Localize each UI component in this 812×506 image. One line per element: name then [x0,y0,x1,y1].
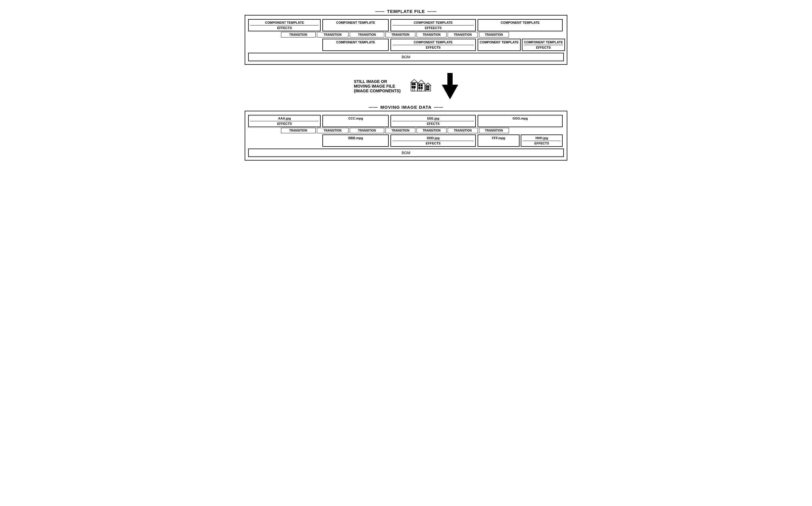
trans-t5: TRANSITION [417,32,447,37]
svg-rect-16 [428,86,429,88]
comp-t3-effects: EFFEECTS [393,25,474,29]
comp-m8-effects: EFFECTS [523,141,561,145]
comp-m2: CCC.mpg [322,115,389,127]
svg-rect-15 [426,86,427,88]
comp-m6: DDD.jpg EFFECTS [391,135,476,147]
moving-trans-row: TRANSITION TRANSITION TRANSITION TRANSIT… [248,128,564,133]
comp-m5: BBB.mpg [322,135,389,147]
comp-m5-title: BBB.mpg [325,136,387,140]
comp-t8: COMPONENT TEMPLATE EFFECTS [522,39,565,51]
trans-t7: TRANSITION [479,32,509,37]
template-file-title: TEMPLATE FILE [245,9,567,14]
comp-m3: EEE.jpg EFECTS [391,115,476,127]
comp-m7-title: FFF.mpg [480,136,518,140]
comp-m8: HHH.jpg EFFECTS [521,135,563,147]
comp-t7-title: COMPONENT TEMPLATE [480,40,519,44]
trans-m1: TRANSITION [281,128,316,133]
comp-t3: COMPONENT TEMPLATE EFFEECTS [391,19,476,31]
desc-line1: STILL IMAGE OR [354,79,400,84]
comp-t2-title: COMPONENT TEMPLATE [325,21,387,24]
svg-rect-3 [412,86,413,88]
comp-t3-title: COMPONENT TEMPLATE [393,21,474,24]
comp-t1: COMPONENT TEMPLATE EFFECTS [248,19,321,31]
svg-rect-4 [414,86,415,88]
trans-t4: TRANSITION [386,32,415,37]
moving-row1: AAA.jpg EFFECTS CCC.mpg EEE.jpg EFECTS G… [248,115,564,127]
template-bgm: BGM [248,53,564,61]
middle-section: STILL IMAGE OR MOVING IMAGE FILE (IMAGE … [245,73,567,99]
moving-col4-split: FFF.mpg HHH.jpg EFFECTS [478,135,563,147]
comp-t8-effects: EFFECTS [524,45,563,49]
moving-bgm: BGM [248,149,564,157]
trans-t1: TRANSITION [281,32,316,37]
comp-m3-effects: EFECTS [393,121,474,125]
down-arrow [442,73,458,99]
comp-t5-title: COMPONENT TEMPLATE [325,40,387,44]
svg-marker-19 [425,83,431,85]
svg-rect-2 [414,83,415,85]
trans-m2: TRANSITION [317,128,348,133]
comp-m3-title: EEE.jpg [393,116,474,120]
comp-m1-title: AAA.jpg [250,116,319,120]
image-description: STILL IMAGE OR MOVING IMAGE FILE (IMAGE … [354,79,400,93]
arrow-head [442,85,458,99]
template-file-section: TEMPLATE FILE COMPONENT TEMPLATE EFFECTS… [245,9,567,65]
comp-m1: AAA.jpg EFFECTS [248,115,321,127]
diagram-container: TEMPLATE FILE COMPONENT TEMPLATE EFFECTS… [245,9,567,161]
comp-t2: COMPONENT TEMPLATE [322,19,389,31]
moving-image-title: MOVING IMAGE DATA [245,105,567,109]
comp-m6-title: DDD.jpg [393,136,474,140]
svg-rect-12 [420,88,421,91]
desc-line2: MOVING IMAGE FILE [354,84,400,88]
trans-spacer-0 [248,32,280,37]
comp-t6: COMPONENT TEMPLATE EFFECTS [391,39,476,51]
template-trans-row: TRANSITION TRANSITION TRANSITION TRANSIT… [248,32,564,37]
svg-rect-8 [419,84,420,86]
moving-image-box: AAA.jpg EFFECTS CCC.mpg EEE.jpg EFECTS G… [245,111,567,161]
template-row2: COMPONENT TEMPLATE COMPONENT TEMPLATE EF… [248,39,564,51]
comp-t4: COMPONENT TEMPLATE [478,19,563,31]
moving-image-section: MOVING IMAGE DATA AAA.jpg EFFECTS CCC.mp… [245,105,567,161]
trans-spacer-1 [510,32,539,37]
comp-m7: FFF.mpg [478,135,520,147]
template-file-box: COMPONENT TEMPLATE EFFECTS COMPONENT TEM… [245,15,567,65]
moving-row2-spacer [248,135,321,147]
comp-m8-title: HHH.jpg [523,136,561,140]
desc-line3: (IMAGE COMPONENTS) [354,88,400,93]
trans-m3: TRANSITION [350,128,384,133]
comp-t5: COMPONENT TEMPLATE [322,39,389,51]
comp-m6-effects: EFFECTS [393,141,474,145]
svg-rect-18 [428,88,429,90]
svg-marker-13 [418,80,425,84]
comp-m2-title: CCC.mpg [325,116,387,120]
comp-m4-title: GGG.mpg [480,116,561,120]
svg-rect-9 [421,84,422,86]
template-row1: COMPONENT TEMPLATE EFFECTS COMPONENT TEM… [248,19,564,31]
buildings-icon [410,77,433,95]
comp-t8-title: COMPONENT TEMPLATE [524,40,563,44]
comp-m4: GGG.mpg [478,115,563,127]
trans-t6: TRANSITION [448,32,478,37]
trans-t3: TRANSITION [350,32,384,37]
comp-t7: COMPONENT TEMPLATE [478,39,521,51]
comp-t1-effects: EFFECTS [250,25,319,29]
comp-m1-effects: EFFECTS [250,121,319,125]
row2-spacer [248,39,321,51]
comp-t6-title: COMPONENT TEMPLATE [393,40,474,44]
comp-t6-effects: EFFECTS [393,45,474,49]
moving-row2: BBB.mpg DDD.jpg EFFECTS FFF.mpg HHH.jpg … [248,135,564,147]
trans-m4: TRANSITION [386,128,415,133]
trans-t2: TRANSITION [317,32,348,37]
svg-rect-1 [412,83,413,85]
svg-marker-6 [411,79,417,82]
svg-rect-5 [413,88,414,91]
trans-m7: TRANSITION [479,128,509,133]
moving-trans-spacer-1 [510,128,539,133]
svg-rect-17 [426,88,427,90]
col4-split: COMPONENT TEMPLATE COMPONENT TEMPLATE EF… [478,39,563,51]
comp-t1-title: COMPONENT TEMPLATE [250,21,319,24]
moving-trans-spacer-0 [248,128,280,133]
trans-m5: TRANSITION [417,128,447,133]
trans-m6: TRANSITION [448,128,478,133]
comp-t4-title: COMPONENT TEMPLATE [480,21,561,24]
